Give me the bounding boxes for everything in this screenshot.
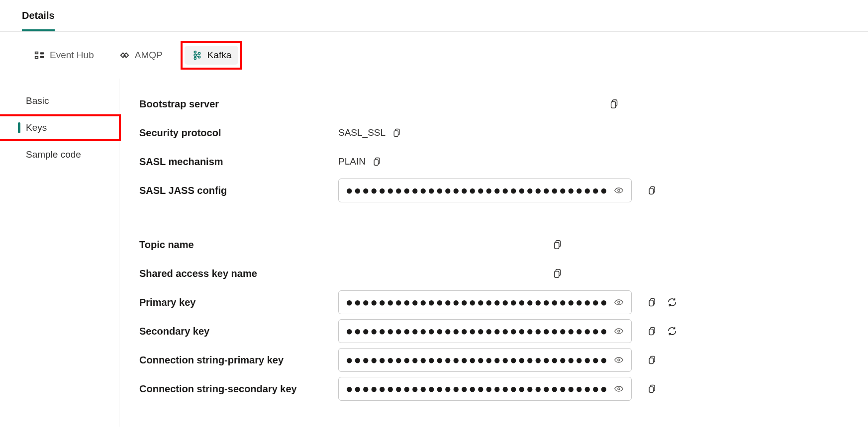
svg-rect-20 [374,160,378,166]
reveal-icon[interactable] [613,297,624,308]
label-conn-primary: Connection string-primary key [139,354,338,366]
copy-icon[interactable] [647,326,658,337]
svg-rect-18 [394,131,398,137]
label-topic-name: Topic name [139,239,338,251]
masked-value: ●●●●●●●●●●●●●●●●●●●●●●●●●●●●●●●●●●●●●●●●… [346,184,609,196]
copy-icon[interactable] [609,98,620,109]
svg-rect-25 [555,242,559,249]
hub-tab-label: AMQP [135,50,163,61]
svg-point-9 [198,52,200,54]
masked-value: ●●●●●●●●●●●●●●●●●●●●●●●●●●●●●●●●●●●●●●●●… [346,325,609,337]
row-secondary-key: Secondary key ●●●●●●●●●●●●●●●●●●●●●●●●●●… [139,317,848,346]
label-conn-secondary: Connection string-secondary key [139,383,338,395]
svg-point-31 [618,330,620,332]
value-security-protocol: SASL_SSL [338,127,386,138]
svg-point-6 [194,51,196,53]
svg-point-7 [194,54,196,57]
value-sasl-mechanism: PLAIN [338,156,366,167]
masked-input-sasl-jaas[interactable]: ●●●●●●●●●●●●●●●●●●●●●●●●●●●●●●●●●●●●●●●●… [338,178,632,202]
svg-point-4 [40,56,42,58]
copy-icon[interactable] [391,127,402,138]
masked-value: ●●●●●●●●●●●●●●●●●●●●●●●●●●●●●●●●●●●●●●●●… [346,383,609,395]
svg-point-5 [42,56,44,58]
sidebar-item-label: Keys [26,122,47,133]
copy-icon[interactable] [552,268,563,279]
svg-point-34 [618,359,620,361]
svg-rect-23 [649,188,653,194]
copy-icon[interactable] [647,185,658,196]
copy-icon[interactable] [372,156,383,167]
eventhub-icon [34,50,45,61]
kafka-icon [192,50,202,61]
svg-point-3 [42,53,44,54]
svg-point-37 [618,388,620,390]
copy-icon[interactable] [647,354,658,365]
amqp-icon [119,50,130,61]
masked-input-conn-secondary[interactable]: ●●●●●●●●●●●●●●●●●●●●●●●●●●●●●●●●●●●●●●●●… [338,377,632,401]
highlight-kafka-tab: Kafka [181,41,243,70]
label-shared-access-key-name: Shared access key name [139,268,338,279]
svg-point-28 [618,301,620,303]
label-sasl-mechanism: SASL mechanism [139,156,338,168]
copy-icon[interactable] [552,239,563,250]
row-conn-secondary: Connection string-secondary key ●●●●●●●●… [139,374,848,403]
row-shared-access-key-name: Shared access key name [139,259,848,288]
sidebar-item-basic[interactable]: Basic [0,88,119,114]
row-topic-name: Topic name [139,230,848,259]
svg-rect-36 [649,358,653,364]
svg-rect-1 [35,57,38,59]
masked-input-secondary-key[interactable]: ●●●●●●●●●●●●●●●●●●●●●●●●●●●●●●●●●●●●●●●●… [338,319,632,343]
row-bootstrap-server: Bootstrap server [139,89,848,118]
main-content: Bootstrap server Security protocol SASL_… [119,79,868,427]
masked-input-conn-primary[interactable]: ●●●●●●●●●●●●●●●●●●●●●●●●●●●●●●●●●●●●●●●●… [338,348,632,372]
svg-rect-27 [555,271,559,277]
copy-icon[interactable] [647,383,658,394]
sidebar-item-sample-code[interactable]: Sample code [0,141,119,168]
refresh-icon[interactable] [667,326,677,337]
hub-tab-eventhub[interactable]: Event Hub [27,46,101,65]
svg-rect-39 [649,387,653,393]
tab-details[interactable]: Details [22,10,55,31]
hub-tab-kafka[interactable]: Kafka [185,46,239,65]
section-divider [139,219,848,219]
row-security-protocol: Security protocol SASL_SSL [139,118,848,147]
svg-line-14 [196,56,198,57]
svg-point-2 [40,53,42,54]
row-sasl-mechanism: SASL mechanism PLAIN [139,147,848,176]
refresh-icon[interactable] [667,297,677,308]
hub-tab-label: Kafka [207,50,232,61]
copy-icon[interactable] [647,297,658,308]
label-bootstrap-server: Bootstrap server [139,98,338,110]
hub-tab-amqp[interactable]: AMQP [112,46,170,65]
label-security-protocol: Security protocol [139,127,338,139]
svg-rect-0 [35,52,38,54]
svg-line-13 [196,54,198,55]
row-conn-primary: Connection string-primary key ●●●●●●●●●●… [139,346,848,374]
svg-point-10 [198,56,200,58]
reveal-icon[interactable] [613,185,624,196]
sidebar: Basic Keys Sample code [0,79,119,427]
label-primary-key: Primary key [139,297,338,308]
row-primary-key: Primary key ●●●●●●●●●●●●●●●●●●●●●●●●●●●●… [139,288,848,317]
sidebar-item-label: Sample code [26,149,81,160]
reveal-icon[interactable] [613,383,624,394]
label-sasl-jaas: SASL JASS config [139,185,338,196]
reveal-icon[interactable] [613,326,624,337]
sidebar-item-keys[interactable]: Keys [0,114,121,141]
sidebar-item-label: Basic [26,95,49,106]
label-secondary-key: Secondary key [139,326,338,337]
reveal-icon[interactable] [613,354,624,365]
svg-rect-16 [611,101,616,108]
svg-rect-30 [649,300,653,306]
masked-input-primary-key[interactable]: ●●●●●●●●●●●●●●●●●●●●●●●●●●●●●●●●●●●●●●●●… [338,290,632,314]
row-sasl-jaas: SASL JASS config ●●●●●●●●●●●●●●●●●●●●●●●… [139,176,848,205]
svg-rect-33 [649,329,653,335]
svg-point-8 [194,57,196,59]
svg-point-21 [618,189,620,191]
masked-value: ●●●●●●●●●●●●●●●●●●●●●●●●●●●●●●●●●●●●●●●●… [346,296,609,308]
masked-value: ●●●●●●●●●●●●●●●●●●●●●●●●●●●●●●●●●●●●●●●●… [346,354,609,366]
hub-tab-label: Event Hub [50,50,94,61]
